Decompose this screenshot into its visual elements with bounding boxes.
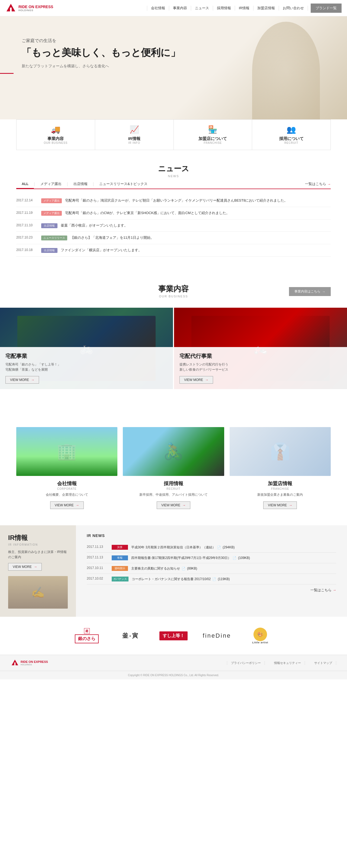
footer-security-link[interactable]: 情報セキュリティー	[270, 661, 305, 665]
news-item: 2017.11.19 メディア露出 宅配寿司「銀のさら」のCMが、テレビ東京「新…	[16, 207, 331, 219]
news-badge: ニュースリリース	[41, 236, 67, 240]
nav-company[interactable]: 会社情報	[147, 6, 169, 10]
ir-date: 2017.11.13	[87, 555, 108, 559]
quick-nav-business-label: 事業内容	[19, 136, 92, 142]
news-badge: メディア露出	[41, 211, 62, 216]
quick-nav-recruit-label: 採用について	[255, 136, 328, 142]
quick-nav-franchise[interactable]: 🏪 加盟店について FRANCHISE	[174, 120, 252, 150]
hero-child-image	[252, 22, 320, 119]
pdf-icon: 📄	[182, 566, 185, 571]
sushi-logo-text: すし上等！	[160, 631, 187, 640]
quick-nav-franchise-label: 加盟店について	[176, 136, 249, 142]
business-card-title-2: 宅配代行事業	[179, 352, 342, 360]
company-arrow-icon: →	[76, 503, 79, 507]
quick-nav-ir-en: IR INFO	[98, 142, 171, 144]
recruit-image: 🚴	[123, 427, 224, 476]
ir-text: 平成30年 3月期第２四半期決算短信（日本基準）（連結）📄(294KB)	[131, 545, 235, 550]
hero-section: ご家庭での生活を 「もっと美味しく、もっと便利に」 新たなプラットフォームを構築…	[0, 16, 347, 119]
footer-privacy-link[interactable]: プライバシーポリシー	[227, 661, 265, 665]
ir-view-more[interactable]: VIEW MORE →	[8, 563, 42, 570]
brand-logo-sushi[interactable]: すし上等！	[157, 631, 190, 640]
ginnosa-logo-text: 銀のさら	[75, 634, 99, 643]
quick-nav-business-en: OUR BUSINESS	[19, 142, 92, 144]
quick-nav-ir-label: IR情報	[98, 136, 171, 142]
ir-text: コーポレート・ガバナンスに関する報告書 2017/10/02📄(119KB)	[132, 577, 230, 582]
recruit-arrow-icon: →	[182, 503, 186, 507]
news-list: 2017.12.14 メディア露出 宅配寿司「銀のさら」鴻沼沢店クルーが、テレビ…	[16, 194, 331, 257]
main-nav: 会社情報 事業内容 ニュース 採用情報 IR情報 加盟店情報 お問い合わせ ブラ…	[147, 3, 342, 13]
arrow-right-icon: →	[322, 290, 325, 293]
news-tabs: ALL | メディア露出 | 出店情報 | ニュースリリース&トピックス 一覧は…	[16, 179, 331, 189]
business-card-overlay: 宅配事業 宅配寿司「銀のさら」「すし上等！」宅配御膳「茶葉」などを展開 VIEW…	[0, 347, 173, 389]
finedine-logo-text: fineDine	[203, 632, 231, 639]
nav-business[interactable]: 事業内容	[169, 6, 191, 10]
svg-rect-3	[14, 662, 16, 665]
news-tab-media[interactable]: メディア露出	[35, 179, 67, 189]
hero-title: 「もっと美味しく、もっと便利に」	[22, 46, 180, 59]
nav-recruit[interactable]: 採用情報	[213, 6, 235, 10]
quick-nav-recruit[interactable]: 👥 採用について RECRUIT	[252, 120, 331, 150]
footer-brand: RIDE ON EXPRESS	[21, 660, 48, 663]
news-badge: メディア露出	[41, 198, 62, 203]
ir-more-link[interactable]: 一覧はこちら →	[87, 588, 336, 593]
svg-rect-1	[10, 8, 12, 11]
news-item: 2017.11.10 出店情報 釜葉「西小牧店」がオープンいたします。	[16, 219, 331, 232]
business-card-title: 宅配事業	[5, 352, 168, 360]
hero-desc: 新たなプラットフォームを構築し、さらなる進化へ	[22, 64, 180, 69]
franchise-view-more[interactable]: VIEW MORE →	[263, 501, 297, 509]
franchise-card: 👔 加盟店情報 FRANCHISE 新規加盟企業さま募集のご案内 VIEW MO…	[230, 427, 331, 509]
brand-list-button[interactable]: ブランド一覧	[311, 3, 342, 13]
ir-title-en: IR INFORMATION	[8, 543, 68, 546]
footer-sitemap-link[interactable]: サイトマップ	[310, 661, 336, 665]
news-text: 釜葉「西小牧店」がオープンいたします。	[61, 223, 128, 228]
ir-right-panel: IR NEWS 2017.11.13 決算 平成30年 3月期第２四半期決算短信…	[76, 525, 347, 617]
company-title-en: CORPORATE	[16, 487, 117, 490]
franchise-title-ja: 加盟店情報	[230, 480, 331, 487]
company-view-more[interactable]: VIEW MORE →	[50, 501, 84, 509]
quick-nav-recruit-en: RECRUIT	[255, 142, 328, 144]
kamakin-logo-text: 釜	[122, 632, 128, 640]
ir-date: 2017.10.02	[87, 577, 108, 580]
brand-logo-finedine[interactable]: fineDine	[201, 632, 233, 639]
business-title: 事業内容 OUR BUSINESS	[158, 284, 189, 298]
view-more-button[interactable]: VIEW MORE →	[5, 376, 39, 384]
news-date: 2017.11.10	[16, 223, 38, 227]
brand-logo-ginnosa[interactable]: 超 銀のさら	[70, 628, 103, 643]
business-more-button[interactable]: 事業内容はこちら →	[289, 287, 331, 296]
quick-nav-ir[interactable]: 📈 IR情報 IR INFO	[95, 120, 174, 150]
nav-contact[interactable]: お問い合わせ	[279, 6, 308, 10]
view-more-button-2[interactable]: VIEW MORE →	[179, 376, 213, 384]
franchise-arrow-icon: →	[289, 503, 292, 507]
news-badge: 出店情報	[41, 248, 58, 253]
brand-logo-kamakin[interactable]: 釜 ■ 寅	[114, 632, 146, 640]
ir-text: 主要株主の異動に関するお知らせ📄(89KB)	[131, 566, 197, 571]
nav-franchise[interactable]: 加盟店情報	[253, 6, 279, 10]
brand-logo-little-artist[interactable]: 🎨 Little artist	[244, 628, 277, 644]
company-title-ja: 会社情報	[16, 480, 117, 487]
little-artist-text: Little artist	[252, 641, 268, 644]
logo[interactable]: RIDE ON EXPRESS HOLDINGS	[5, 3, 53, 13]
nav-news[interactable]: ニュース	[191, 6, 213, 10]
news-more-link[interactable]: 一覧はこちら →	[305, 182, 331, 186]
news-tab-newsrelease[interactable]: ニュースリリース&トピックス	[94, 179, 153, 189]
logo-brand: RIDE ON EXPRESS	[19, 5, 53, 9]
recruit-desc: 新卒採用、中途採用、アルバイト採用について	[123, 493, 224, 497]
ir-more-arrow-icon: →	[333, 588, 336, 592]
news-date: 2017.11.19	[16, 211, 38, 215]
pdf-icon: 📄	[212, 577, 216, 582]
ir-date: 2017.10.11	[87, 566, 108, 570]
quick-nav-business[interactable]: 🚚 事業内容 OUR BUSINESS	[16, 120, 95, 150]
brand-logos-section: 超 銀のさら 釜 ■ 寅 すし上等！ fineDine 🎨 Little art…	[0, 617, 347, 655]
business-icon: 🚚	[19, 125, 92, 134]
nav-ir[interactable]: IR情報	[235, 6, 253, 10]
news-tab-all[interactable]: ALL	[16, 180, 34, 189]
pdf-icon: 📄	[233, 556, 236, 560]
news-tab-store[interactable]: 出店情報	[68, 179, 93, 189]
business-title-ja: 事業内容	[158, 285, 189, 293]
footer-logo: RIDE ON EXPRESS HOLDINGS	[11, 659, 48, 667]
recruit-view-more[interactable]: VIEW MORE →	[157, 501, 190, 509]
franchise-icon: 🏪	[176, 125, 249, 134]
news-text: ファインダイン「横浜店」がオープンいたします。	[61, 247, 142, 253]
news-text: 宅配寿司「銀のさら」のCMが、テレビ東京「新SHOCK感」において、面白CMとし…	[65, 210, 230, 216]
footer-logo-icon	[11, 659, 19, 667]
